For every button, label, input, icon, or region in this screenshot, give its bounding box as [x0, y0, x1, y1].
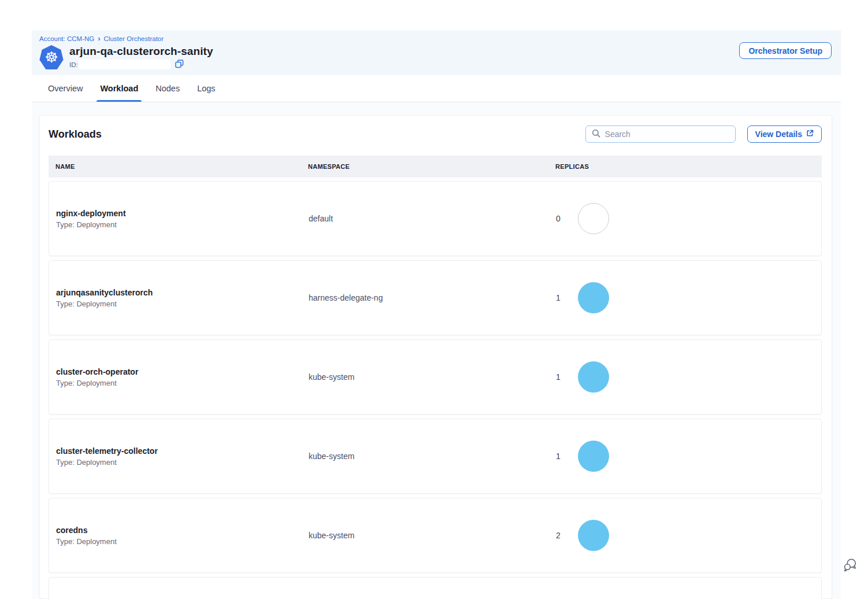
replica-status-circle [578, 361, 609, 393]
table-row[interactable]: cluster-telemetry-collector Type: Deploy… [49, 419, 822, 494]
workload-namespace: kube-system [309, 372, 556, 382]
replica-count: 2 [556, 531, 561, 540]
copy-icon[interactable] [175, 60, 184, 69]
workload-namespace: default [309, 214, 556, 223]
workload-name: cluster-telemetry-collector [56, 446, 309, 456]
replica-count: 1 [556, 452, 561, 461]
workload-type: Type: Deployment [56, 300, 309, 308]
workload-type: Type: Deployment [56, 220, 309, 229]
replica-status-circle [578, 203, 609, 234]
replica-status-circle [578, 441, 609, 472]
search-input[interactable] [605, 130, 729, 139]
workloads-card: Workloads View Details [39, 115, 832, 599]
replica-status-circle [578, 520, 609, 551]
search-icon [592, 129, 600, 140]
table-row[interactable]: arjunqasanityclusterorch Type: Deploymen… [49, 260, 822, 335]
replica-status-circle [578, 282, 609, 313]
replica-count: 1 [556, 293, 561, 302]
page-title: arjun-qa-clusterorch-sanity [69, 45, 213, 58]
search-input-wrapper [585, 125, 736, 143]
table-row[interactable]: nginx-deployment Type: Deployment defaul… [49, 181, 822, 256]
tab-workload[interactable]: Workload [97, 75, 142, 102]
column-header-namespace: NAMESPACE [308, 163, 555, 170]
workload-name: cluster-orch-operator [56, 367, 309, 376]
view-details-label: View Details [755, 130, 802, 139]
breadcrumb-account-link[interactable]: Account: CCM-NG [39, 35, 94, 42]
page-header: Account: CCM-NG › Cluster Orchestrator ☸… [32, 30, 841, 75]
table-body: nginx-deployment Type: Deployment defaul… [49, 181, 822, 599]
workload-namespace: kube-system [309, 452, 556, 461]
breadcrumb-page-link[interactable]: Cluster Orchestrator [104, 35, 164, 42]
chat-bubbles-icon[interactable] [843, 557, 859, 574]
app-frame: Account: CCM-NG › Cluster Orchestrator ☸… [32, 30, 841, 599]
breadcrumb: Account: CCM-NG › Cluster Orchestrator [39, 35, 832, 42]
column-header-name: NAME [55, 163, 308, 170]
workload-namespace: kube-system [309, 531, 556, 540]
tab-overview[interactable]: Overview [44, 75, 86, 102]
table-row[interactable]: cluster-orch-operator Type: Deployment k… [49, 339, 822, 415]
table-row[interactable]: coredns Type: Deployment kube-system 2 [49, 498, 822, 573]
orchestrator-setup-button[interactable]: Orchestrator Setup [739, 42, 832, 59]
cluster-id-redacted-value [79, 60, 170, 69]
breadcrumb-separator-icon: › [98, 35, 100, 42]
table-row-partial[interactable] [49, 577, 822, 599]
workload-namespace: harness-delegate-ng [309, 293, 556, 302]
external-link-icon [806, 130, 814, 139]
workload-type: Type: Deployment [56, 537, 309, 546]
replica-count: 0 [556, 214, 561, 223]
column-header-replicas: REPLICAS [555, 163, 822, 170]
workload-name: nginx-deployment [56, 209, 309, 218]
tab-nodes[interactable]: Nodes [152, 75, 183, 102]
tab-logs[interactable]: Logs [194, 75, 218, 102]
workload-name: coredns [56, 526, 309, 535]
tab-bar: Overview Workload Nodes Logs [32, 75, 841, 102]
kubernetes-icon: ☸ [39, 45, 64, 69]
workloads-title: Workloads [49, 128, 102, 140]
replica-count: 1 [556, 372, 561, 382]
cluster-id-label: ID: [69, 61, 78, 68]
view-details-button[interactable]: View Details [747, 125, 822, 143]
table-header: NAME NAMESPACE REPLICAS [49, 156, 822, 178]
content-area: Workloads View Details [32, 102, 841, 599]
workload-type: Type: Deployment [56, 379, 309, 387]
workload-name: arjunqasanityclusterorch [56, 288, 309, 297]
workload-type: Type: Deployment [56, 458, 309, 467]
